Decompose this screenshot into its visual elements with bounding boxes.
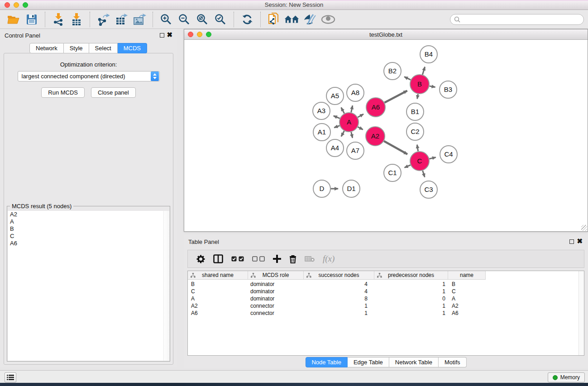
result-item[interactable]: A2 [8, 211, 169, 218]
node-C4[interactable]: C4 [440, 146, 457, 163]
show-all-networks-icon[interactable] [284, 12, 300, 27]
node-A1[interactable]: A1 [313, 124, 330, 141]
delete-table-icon[interactable] [305, 251, 315, 267]
tab-mcds[interactable]: MCDS [118, 43, 147, 53]
node-A8[interactable]: A8 [347, 84, 364, 101]
edge-B-B4[interactable] [422, 67, 425, 75]
tab-motifs[interactable]: Motifs [439, 357, 467, 367]
save-session-icon[interactable] [24, 12, 39, 27]
table-row[interactable]: Bdominator41B [188, 281, 578, 288]
node-B4[interactable]: B4 [420, 46, 437, 63]
tab-network-table[interactable]: Network Table [389, 357, 439, 367]
table-scrollbar[interactable] [578, 271, 584, 355]
edge-B-B1[interactable] [417, 94, 418, 99]
edge-C-C2[interactable] [417, 145, 418, 152]
node-B[interactable]: B [410, 75, 429, 94]
add-column-icon[interactable] [273, 251, 281, 267]
refresh-icon[interactable] [239, 12, 255, 27]
table-row[interactable]: Adominator80A [188, 295, 578, 302]
result-item[interactable]: A6 [8, 240, 169, 247]
node-A[interactable]: A [339, 113, 359, 132]
node-D[interactable]: D [313, 180, 330, 197]
export-image-icon[interactable] [132, 12, 147, 27]
edge-A-A7[interactable] [351, 132, 353, 138]
edge-B-B3[interactable] [430, 86, 435, 87]
zoom-fit-icon[interactable] [195, 12, 210, 27]
node-A5[interactable]: A5 [326, 87, 344, 105]
close-panel-button[interactable]: Close panel [91, 87, 136, 98]
mcds-result-list[interactable]: A2ABCA6 [8, 211, 169, 361]
result-item[interactable]: C [8, 233, 169, 240]
column-header-shared-name[interactable]: shared name [188, 271, 248, 280]
node-A3[interactable]: A3 [313, 102, 330, 119]
float-table-panel-icon[interactable] [569, 239, 574, 244]
edge-A-A8[interactable] [351, 105, 353, 112]
open-file-icon[interactable] [6, 12, 21, 27]
export-network-icon[interactable] [96, 12, 111, 27]
show-graphics-icon[interactable] [320, 12, 336, 27]
edge-A-A5[interactable] [341, 108, 344, 114]
edge-A-A6[interactable] [358, 114, 363, 117]
column-header-name[interactable]: name [448, 271, 486, 280]
edge-A-A4[interactable] [341, 131, 344, 136]
search-field[interactable] [450, 14, 584, 25]
edge-A6-B[interactable] [384, 91, 407, 102]
network-window-titlebar[interactable]: testGlobe.txt [184, 29, 588, 40]
close-table-panel-icon[interactable]: ✖ [577, 237, 583, 245]
delete-column-icon[interactable] [289, 251, 296, 267]
edge-C-C3[interactable] [423, 171, 425, 177]
resize-grip-icon[interactable] [581, 225, 587, 231]
select-all-icon[interactable] [231, 251, 244, 267]
node-B3[interactable]: B3 [440, 81, 457, 98]
task-history-icon[interactable] [5, 372, 16, 382]
table-row[interactable]: Cdominator41C [188, 288, 578, 295]
column-header-successor-nodes[interactable]: successor nodes [304, 271, 374, 280]
tab-node-table[interactable]: Node Table [305, 357, 348, 367]
table-row[interactable]: A6connector11A6 [188, 310, 578, 317]
import-table-icon[interactable] [69, 12, 84, 27]
edge-A2-C[interactable] [384, 141, 407, 154]
zoom-out-icon[interactable] [177, 12, 192, 27]
node-C1[interactable]: C1 [384, 164, 401, 181]
zoom-in-icon[interactable] [158, 12, 174, 27]
node-A2[interactable]: A2 [366, 127, 385, 146]
edge-A-A1[interactable] [334, 126, 339, 128]
zoom-selected-icon[interactable] [213, 12, 228, 27]
float-panel-icon[interactable] [160, 33, 164, 38]
import-network-icon[interactable] [51, 12, 66, 27]
node-C3[interactable]: C3 [420, 181, 437, 198]
node-A6[interactable]: A6 [366, 98, 385, 117]
search-input[interactable] [460, 15, 583, 24]
function-builder-icon[interactable]: f(x) [323, 251, 335, 267]
hide-graphics-icon[interactable] [302, 12, 318, 27]
memory-button[interactable]: Memory [548, 372, 585, 382]
close-panel-icon[interactable]: ✖ [167, 31, 172, 39]
node-A7[interactable]: A7 [347, 142, 364, 159]
column-view-icon[interactable] [213, 251, 223, 267]
node-B2[interactable]: B2 [384, 62, 401, 80]
column-header-predecessor-nodes[interactable]: predecessor nodes [374, 271, 448, 280]
tab-style[interactable]: Style [64, 43, 89, 53]
edge-A-A3[interactable] [334, 116, 340, 119]
edge-C-C1[interactable] [405, 165, 411, 168]
network-canvas[interactable]: B4B2BB3A8A5A6B1A3AC2A1A2A4A7CC4C1C3DD1 [184, 40, 588, 231]
table-row[interactable]: A2connector11A2 [188, 302, 578, 310]
node-A4[interactable]: A4 [326, 139, 344, 157]
node-C[interactable]: C [410, 152, 429, 171]
tab-edge-table[interactable]: Edge Table [348, 357, 389, 367]
result-item[interactable]: A [8, 218, 169, 225]
criterion-select[interactable]: largest connected component (directed) [18, 71, 160, 81]
clone-network-icon[interactable] [266, 12, 282, 27]
edge-A-A2[interactable] [358, 127, 363, 129]
tab-select[interactable]: Select [89, 43, 118, 53]
result-scrollbar[interactable] [163, 211, 169, 361]
edge-C-C4[interactable] [429, 157, 435, 159]
deselect-all-icon[interactable] [252, 251, 265, 267]
node-D1[interactable]: D1 [343, 180, 360, 197]
edge-B-B2[interactable] [404, 77, 411, 80]
gear-icon[interactable] [196, 251, 205, 267]
result-item[interactable]: B [8, 225, 169, 233]
run-mcds-button[interactable]: Run MCDS [41, 87, 85, 98]
node-B1[interactable]: B1 [406, 103, 424, 120]
column-header-MCDS-role[interactable]: MCDS role [248, 271, 304, 280]
